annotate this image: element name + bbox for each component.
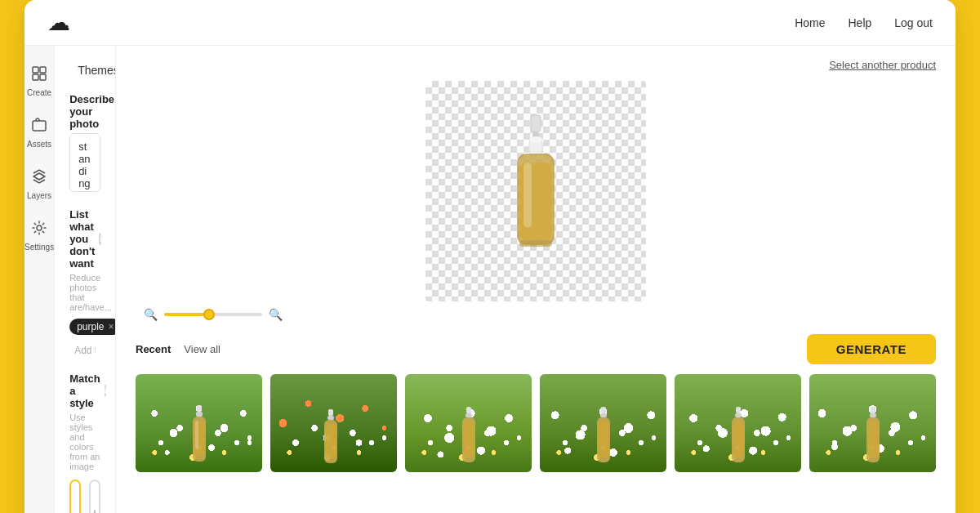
bottom-section: Recent View all GENERATE [136, 334, 936, 472]
style-card-none[interactable]: None [69, 480, 81, 513]
thumbnail-5[interactable] [675, 374, 801, 472]
app-window: ☁ Home Help Log out Create [24, 0, 956, 513]
nav-logout[interactable]: Log out [894, 16, 933, 29]
svg-rect-36 [870, 413, 876, 417]
describe-photo-label: Describe your photo i [69, 93, 100, 130]
match-style-sublabel: Use styles and colors from an image [69, 413, 100, 471]
tag-purple[interactable]: purple × [69, 319, 116, 335]
svg-point-13 [529, 136, 542, 143]
right-panel: Select another product [116, 46, 956, 513]
zoom-out-icon[interactable]: 🔍 [144, 308, 158, 321]
thumbnail-2[interactable] [270, 374, 397, 472]
sidebar-item-create[interactable]: Create [24, 59, 54, 104]
zoom-row: 🔍 🔍 [136, 308, 936, 321]
thumbnail-1[interactable] [136, 374, 262, 472]
thumbnail-6[interactable] [809, 374, 936, 472]
dont-want-info-icon[interactable]: i [99, 233, 101, 245]
generate-row: Recent View all GENERATE [136, 334, 936, 364]
sidebar: Create Assets [24, 46, 55, 513]
svg-rect-2 [33, 74, 38, 80]
match-style-info-icon[interactable]: i [105, 385, 107, 397]
dont-want-label: List what you don't want i [69, 208, 100, 270]
dont-want-input[interactable] [69, 341, 100, 359]
right-top-bar: Select another product [136, 59, 936, 71]
select-product-link[interactable]: Select another product [829, 59, 936, 71]
svg-rect-0 [33, 67, 38, 73]
sidebar-label-settings: Settings [24, 243, 54, 252]
recent-images [136, 374, 936, 472]
svg-rect-3 [40, 74, 46, 80]
logo-icon: ☁ [47, 9, 70, 36]
dont-want-section: List what you don't want i Reduce photos… [69, 208, 100, 359]
main-layout: Create Assets [24, 46, 956, 513]
nav-links: Home Help Log out [795, 16, 933, 29]
layers-icon [31, 168, 47, 189]
zoom-slider[interactable] [164, 313, 262, 316]
assets-icon [31, 117, 47, 137]
view-all-link[interactable]: View all [184, 343, 220, 355]
product-preview [425, 81, 646, 301]
generate-button[interactable]: GENERATE [807, 334, 936, 364]
left-panel: Themes Custom Examples Describe your pho… [55, 46, 116, 513]
svg-rect-38 [867, 422, 879, 457]
sidebar-label-assets: Assets [27, 140, 51, 149]
svg-rect-30 [598, 422, 609, 457]
svg-rect-12 [519, 240, 552, 247]
tabs-row: Themes Custom Examples [69, 60, 100, 80]
svg-rect-1 [40, 67, 46, 73]
nav-help[interactable]: Help [848, 16, 871, 29]
svg-rect-20 [327, 416, 334, 420]
zoom-in-icon[interactable]: 🔍 [269, 308, 283, 321]
photo-description-textarea[interactable]: standing on a rock, in the middle of flo… [69, 133, 100, 192]
svg-rect-35 [871, 407, 875, 413]
dont-want-sublabel: Reduce photos that are/have... [69, 273, 100, 312]
svg-rect-11 [523, 163, 532, 228]
style-grid: None + [69, 480, 100, 513]
nav-home[interactable]: Home [795, 16, 825, 29]
style-none-label: None [69, 510, 81, 514]
svg-rect-23 [466, 407, 471, 413]
top-nav: ☁ Home Help Log out [24, 0, 956, 46]
svg-rect-19 [328, 409, 333, 416]
sidebar-label-layers: Layers [27, 191, 51, 200]
tab-themes[interactable]: Themes [69, 60, 116, 80]
recent-row: Recent View all [136, 343, 220, 355]
svg-rect-34 [733, 422, 744, 457]
tags-row: purple × [69, 319, 100, 335]
match-style-label: Match a style i [69, 372, 100, 409]
svg-rect-18 [195, 421, 198, 449]
svg-rect-24 [466, 413, 472, 417]
svg-rect-28 [600, 413, 607, 417]
tag-remove-icon[interactable]: × [109, 321, 114, 332]
thumbnail-4[interactable] [540, 374, 666, 472]
sidebar-label-create: Create [27, 88, 51, 97]
style-card-add[interactable]: + [89, 480, 100, 513]
svg-rect-27 [601, 407, 606, 413]
create-icon [31, 65, 47, 86]
svg-rect-22 [325, 424, 336, 458]
recent-label: Recent [136, 343, 171, 355]
thumbnail-3[interactable] [405, 374, 532, 472]
svg-rect-15 [196, 412, 203, 417]
svg-rect-31 [736, 407, 741, 413]
sidebar-item-settings[interactable]: Settings [24, 213, 54, 258]
svg-rect-14 [197, 405, 202, 412]
svg-rect-6 [531, 115, 541, 132]
style-add-icon: + [89, 502, 100, 513]
settings-icon [31, 220, 47, 240]
sidebar-item-assets[interactable]: Assets [24, 110, 54, 155]
svg-rect-4 [33, 121, 46, 131]
match-style-section: Match a style i Use styles and colors fr… [69, 372, 100, 513]
svg-rect-26 [463, 422, 474, 457]
tag-label: purple [77, 321, 104, 332]
svg-rect-32 [735, 413, 742, 417]
svg-point-5 [37, 225, 42, 230]
sidebar-item-layers[interactable]: Layers [24, 162, 54, 207]
